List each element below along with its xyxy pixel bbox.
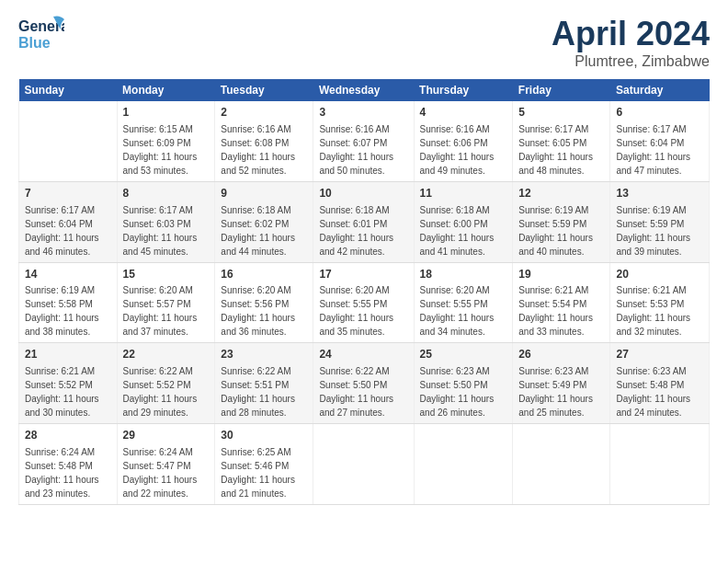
- day-cell: 28Sunrise: 6:24 AMSunset: 5:48 PMDayligh…: [19, 424, 118, 505]
- col-thursday: Thursday: [414, 79, 513, 101]
- day-cell: 13Sunrise: 6:19 AMSunset: 5:59 PMDayligh…: [610, 181, 710, 262]
- day-number: 13: [616, 186, 703, 201]
- day-cell: 11Sunrise: 6:18 AMSunset: 6:00 PMDayligh…: [414, 181, 513, 262]
- day-number: 3: [319, 105, 407, 121]
- day-info: Sunrise: 6:18 AMSunset: 6:00 PMDaylight:…: [420, 205, 495, 257]
- day-cell: [19, 101, 118, 181]
- subtitle: Plumtree, Zimbabwe: [552, 53, 710, 70]
- logo-container: General Blue: [18, 15, 64, 53]
- day-cell: 8Sunrise: 6:17 AMSunset: 6:03 PMDaylight…: [117, 181, 215, 262]
- col-tuesday: Tuesday: [215, 79, 313, 101]
- day-number: 21: [25, 347, 111, 362]
- day-info: Sunrise: 6:18 AMSunset: 6:02 PMDaylight:…: [221, 205, 295, 257]
- day-info: Sunrise: 6:20 AMSunset: 5:57 PMDaylight:…: [123, 285, 198, 337]
- col-wednesday: Wednesday: [313, 79, 414, 101]
- day-info: Sunrise: 6:24 AMSunset: 5:47 PMDaylight:…: [123, 447, 198, 499]
- day-cell: 26Sunrise: 6:23 AMSunset: 5:49 PMDayligh…: [513, 343, 610, 424]
- col-saturday: Saturday: [610, 79, 710, 101]
- day-info: Sunrise: 6:17 AMSunset: 6:04 PMDaylight:…: [616, 124, 690, 176]
- day-number: 6: [616, 105, 703, 121]
- week-row-2: 14Sunrise: 6:19 AMSunset: 5:58 PMDayligh…: [19, 262, 710, 343]
- week-row-0: 1Sunrise: 6:15 AMSunset: 6:09 PMDaylight…: [19, 101, 710, 181]
- day-cell: 16Sunrise: 6:20 AMSunset: 5:56 PMDayligh…: [215, 262, 313, 343]
- day-info: Sunrise: 6:22 AMSunset: 5:52 PMDaylight:…: [123, 366, 198, 418]
- day-info: Sunrise: 6:19 AMSunset: 5:58 PMDaylight:…: [25, 285, 99, 337]
- day-cell: 25Sunrise: 6:23 AMSunset: 5:50 PMDayligh…: [414, 343, 513, 424]
- day-cell: 4Sunrise: 6:16 AMSunset: 6:06 PMDaylight…: [414, 101, 513, 181]
- day-cell: 3Sunrise: 6:16 AMSunset: 6:07 PMDaylight…: [313, 101, 414, 181]
- day-cell: [313, 424, 414, 505]
- day-cell: 1Sunrise: 6:15 AMSunset: 6:09 PMDaylight…: [117, 101, 215, 181]
- day-number: 18: [420, 267, 507, 282]
- day-number: 10: [319, 186, 407, 201]
- day-info: Sunrise: 6:24 AMSunset: 5:48 PMDaylight:…: [25, 447, 99, 499]
- day-info: Sunrise: 6:20 AMSunset: 5:55 PMDaylight:…: [420, 285, 495, 337]
- day-number: 20: [616, 267, 703, 282]
- day-info: Sunrise: 6:20 AMSunset: 5:56 PMDaylight:…: [221, 285, 295, 337]
- day-info: Sunrise: 6:19 AMSunset: 5:59 PMDaylight:…: [616, 205, 690, 257]
- main-title: April 2024: [552, 15, 710, 53]
- col-friday: Friday: [513, 79, 610, 101]
- day-number: 19: [518, 267, 604, 282]
- day-number: 25: [420, 347, 507, 362]
- day-cell: 23Sunrise: 6:22 AMSunset: 5:51 PMDayligh…: [215, 343, 313, 424]
- day-cell: 6Sunrise: 6:17 AMSunset: 6:04 PMDaylight…: [610, 101, 710, 181]
- day-number: 2: [221, 105, 307, 121]
- day-number: 27: [616, 347, 703, 362]
- day-info: Sunrise: 6:22 AMSunset: 5:50 PMDaylight:…: [319, 366, 393, 418]
- col-monday: Monday: [117, 79, 215, 101]
- day-cell: 22Sunrise: 6:22 AMSunset: 5:52 PMDayligh…: [117, 343, 215, 424]
- week-row-3: 21Sunrise: 6:21 AMSunset: 5:52 PMDayligh…: [19, 343, 710, 424]
- week-row-1: 7Sunrise: 6:17 AMSunset: 6:04 PMDaylight…: [19, 181, 710, 262]
- day-info: Sunrise: 6:17 AMSunset: 6:05 PMDaylight:…: [518, 124, 593, 176]
- day-cell: 17Sunrise: 6:20 AMSunset: 5:55 PMDayligh…: [313, 262, 414, 343]
- day-info: Sunrise: 6:17 AMSunset: 6:04 PMDaylight:…: [25, 205, 99, 257]
- day-cell: 21Sunrise: 6:21 AMSunset: 5:52 PMDayligh…: [19, 343, 118, 424]
- day-info: Sunrise: 6:21 AMSunset: 5:53 PMDaylight:…: [616, 285, 690, 337]
- day-number: 1: [123, 105, 210, 121]
- day-number: 7: [25, 186, 111, 201]
- day-info: Sunrise: 6:23 AMSunset: 5:48 PMDaylight:…: [616, 366, 690, 418]
- day-info: Sunrise: 6:23 AMSunset: 5:49 PMDaylight:…: [518, 366, 593, 418]
- day-cell: 30Sunrise: 6:25 AMSunset: 5:46 PMDayligh…: [215, 424, 313, 505]
- header-row: Sunday Monday Tuesday Wednesday Thursday…: [19, 79, 710, 101]
- day-cell: 24Sunrise: 6:22 AMSunset: 5:50 PMDayligh…: [313, 343, 414, 424]
- title-area: April 2024 Plumtree, Zimbabwe: [552, 15, 710, 70]
- day-number: 17: [319, 267, 407, 282]
- day-cell: 2Sunrise: 6:16 AMSunset: 6:08 PMDaylight…: [215, 101, 313, 181]
- logo: General Blue: [18, 15, 64, 53]
- day-number: 30: [221, 428, 307, 443]
- day-info: Sunrise: 6:16 AMSunset: 6:07 PMDaylight:…: [319, 124, 393, 176]
- day-number: 26: [518, 347, 604, 362]
- day-info: Sunrise: 6:16 AMSunset: 6:08 PMDaylight:…: [221, 124, 295, 176]
- day-number: 24: [319, 347, 407, 362]
- day-cell: 19Sunrise: 6:21 AMSunset: 5:54 PMDayligh…: [513, 262, 610, 343]
- day-info: Sunrise: 6:21 AMSunset: 5:52 PMDaylight:…: [25, 366, 99, 418]
- day-number: 11: [420, 186, 507, 201]
- col-sunday: Sunday: [19, 79, 118, 101]
- day-cell: [610, 424, 710, 505]
- day-number: 14: [25, 267, 111, 282]
- day-number: 15: [123, 267, 210, 282]
- day-info: Sunrise: 6:17 AMSunset: 6:03 PMDaylight:…: [123, 205, 198, 257]
- day-cell: 14Sunrise: 6:19 AMSunset: 5:58 PMDayligh…: [19, 262, 118, 343]
- day-cell: 29Sunrise: 6:24 AMSunset: 5:47 PMDayligh…: [117, 424, 215, 505]
- calendar-table: Sunday Monday Tuesday Wednesday Thursday…: [18, 79, 710, 505]
- page: General Blue April 2024 Plumtree, Zimbab…: [0, 0, 728, 563]
- day-cell: [414, 424, 513, 505]
- day-number: 5: [518, 105, 604, 121]
- header: General Blue April 2024 Plumtree, Zimbab…: [18, 15, 710, 70]
- day-cell: 20Sunrise: 6:21 AMSunset: 5:53 PMDayligh…: [610, 262, 710, 343]
- day-info: Sunrise: 6:19 AMSunset: 5:59 PMDaylight:…: [518, 205, 593, 257]
- day-cell: 27Sunrise: 6:23 AMSunset: 5:48 PMDayligh…: [610, 343, 710, 424]
- day-number: 29: [123, 428, 210, 443]
- day-number: 4: [420, 105, 507, 121]
- svg-text:Blue: Blue: [18, 35, 51, 51]
- day-number: 8: [123, 186, 210, 201]
- day-cell: 12Sunrise: 6:19 AMSunset: 5:59 PMDayligh…: [513, 181, 610, 262]
- day-info: Sunrise: 6:20 AMSunset: 5:55 PMDaylight:…: [319, 285, 393, 337]
- day-info: Sunrise: 6:16 AMSunset: 6:06 PMDaylight:…: [420, 124, 495, 176]
- day-info: Sunrise: 6:22 AMSunset: 5:51 PMDaylight:…: [221, 366, 295, 418]
- logo-svg: General Blue: [18, 15, 64, 53]
- day-number: 9: [221, 186, 307, 201]
